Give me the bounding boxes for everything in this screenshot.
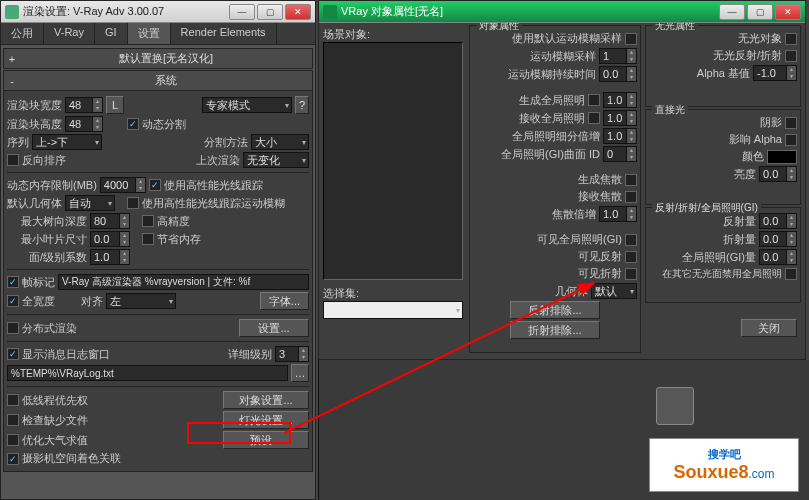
tab-render-elements[interactable]: Render Elements	[171, 23, 277, 44]
rrgi-group-title: 反射/折射/全局照明(GI)	[652, 201, 761, 215]
gen-gi-spinner[interactable]: 1.0▴▾	[603, 92, 637, 108]
minimize-button[interactable]: —	[229, 4, 255, 20]
maximize-button[interactable]: ▢	[257, 4, 283, 20]
gi-mult-spinner[interactable]: 1.0▴▾	[603, 128, 637, 144]
color-swatch[interactable]	[767, 150, 797, 164]
dyn-split-checkbox[interactable]: ✓	[127, 118, 139, 130]
reverse-checkbox[interactable]	[7, 154, 19, 166]
geometry-select[interactable]: 默认	[591, 283, 637, 299]
refr-amount-spinner[interactable]: 0.0▴▾	[759, 231, 797, 247]
close-props-button[interactable]: 关闭	[741, 319, 797, 337]
embree-mb-checkbox[interactable]	[127, 197, 139, 209]
viewcube[interactable]	[656, 387, 694, 425]
light-settings-button[interactable]: 灯光设置...	[223, 411, 309, 429]
embree-checkbox[interactable]: ✓	[149, 179, 161, 191]
bucket-height-spinner[interactable]: 48▴▾	[65, 116, 103, 132]
tab-common[interactable]: 公用	[1, 23, 44, 44]
help-button[interactable]: ?	[295, 96, 309, 114]
gen-gi-checkbox[interactable]	[588, 94, 600, 106]
object-props-group-title: 对象属性	[476, 23, 522, 33]
refr-exclude-button[interactable]: 折射排除...	[510, 321, 600, 339]
maximize-button[interactable]: ▢	[747, 4, 773, 20]
mb-samples-spinner[interactable]: 1▴▾	[599, 48, 637, 64]
matte-obj-checkbox[interactable]	[785, 33, 797, 45]
shadow-checkbox[interactable]	[785, 117, 797, 129]
last-render-select[interactable]: 无变化	[243, 152, 309, 168]
object-properties-window: VRay 对象属性[无名] — ▢ ✕ 场景对象: 选择集: 对象属性 使用默认…	[318, 0, 806, 360]
close-button[interactable]: ✕	[775, 4, 801, 20]
def-geo-label: 默认几何体	[7, 196, 62, 211]
caustic-mult-spinner[interactable]: 1.0▴▾	[599, 206, 637, 222]
rollout-default-displacement[interactable]: +默认置换[无名汉化]	[3, 48, 313, 69]
full-width-checkbox[interactable]: ✓	[7, 295, 19, 307]
object-settings-button[interactable]: 对象设置...	[223, 391, 309, 409]
alpha-spinner[interactable]: -1.0▴▾	[753, 65, 797, 81]
refl-exclude-button[interactable]: 反射排除...	[510, 301, 600, 319]
titlebar[interactable]: 渲染设置: V-Ray Adv 3.00.07 — ▢ ✕	[1, 1, 315, 23]
brightness-spinner[interactable]: 0.0▴▾	[759, 166, 797, 182]
window-title: 渲染设置: V-Ray Adv 3.00.07	[23, 4, 229, 19]
app-icon	[5, 5, 19, 19]
stamp-input[interactable]: V-Ray 高级渲染器 %vrayversion | 文件: %f	[58, 274, 309, 290]
low-pri-checkbox[interactable]	[7, 394, 19, 406]
dist-settings-button[interactable]: 设置...	[239, 319, 309, 337]
close-button[interactable]: ✕	[285, 4, 311, 20]
log-path-input[interactable]: %TEMP%\VRayLog.txt	[7, 365, 288, 381]
minimize-button[interactable]: —	[719, 4, 745, 20]
cam-gloss-checkbox[interactable]: ✓	[7, 453, 19, 465]
direct-light-group-title: 直接光	[652, 103, 688, 117]
scene-objects-list[interactable]	[323, 42, 463, 280]
stamp-checkbox[interactable]: ✓	[7, 276, 19, 288]
division-select[interactable]: 大小	[251, 134, 309, 150]
no-gi-checkbox[interactable]	[785, 268, 797, 280]
hi-prec-checkbox[interactable]	[142, 215, 154, 227]
gen-caustics-checkbox[interactable]	[625, 174, 637, 186]
vis-refr-checkbox[interactable]	[625, 268, 637, 280]
preset-button[interactable]: 预设...	[223, 431, 309, 449]
vis-gi-checkbox[interactable]	[625, 234, 637, 246]
vis-refl-checkbox[interactable]	[625, 251, 637, 263]
app-icon	[323, 5, 337, 19]
dyn-mem-spinner[interactable]: 4000▴▾	[100, 177, 146, 193]
face-coef-label: 面/级别系数	[7, 250, 87, 265]
check-missing-checkbox[interactable]	[7, 414, 19, 426]
show-log-checkbox[interactable]: ✓	[7, 348, 19, 360]
font-button[interactable]: 字体...	[260, 292, 309, 310]
affect-alpha-checkbox[interactable]	[785, 134, 797, 146]
rec-gi-spinner[interactable]: 1.0▴▾	[603, 110, 637, 126]
gi-amount-spinner[interactable]: 0.0▴▾	[759, 249, 797, 265]
mb-duration-spinner[interactable]: 0.0▴▾	[599, 66, 637, 82]
dyn-mem-label: 动态内存限制(MB)	[7, 178, 97, 193]
log-browse-button[interactable]: …	[291, 364, 309, 382]
verbose-spinner[interactable]: 3▴▾	[275, 346, 309, 362]
scene-objects-label: 场景对象:	[323, 27, 463, 42]
selection-set-label: 选择集:	[323, 286, 463, 301]
tab-vray[interactable]: V-Ray	[44, 23, 95, 44]
mode-select[interactable]: 专家模式	[202, 97, 292, 113]
max-depth-spinner[interactable]: 80▴▾	[90, 213, 130, 229]
gi-surfid-spinner[interactable]: 0▴▾	[603, 146, 637, 162]
rec-caustics-checkbox[interactable]	[625, 191, 637, 203]
def-geo-select[interactable]: 自动	[65, 195, 115, 211]
align-select[interactable]: 左	[106, 293, 176, 309]
use-def-mb-checkbox[interactable]	[625, 33, 637, 45]
tab-gi[interactable]: GI	[95, 23, 128, 44]
min-leaf-spinner[interactable]: 0.0▴▾	[90, 231, 130, 247]
watermark-logo: 搜学吧 Souxue8.com	[649, 438, 799, 492]
rec-gi-checkbox[interactable]	[588, 112, 600, 124]
face-coef-spinner[interactable]: 1.0▴▾	[90, 249, 130, 265]
tab-settings[interactable]: 设置	[128, 23, 171, 44]
dist-render-checkbox[interactable]	[7, 322, 19, 334]
rollout-system[interactable]: -系统	[3, 70, 313, 91]
bucket-width-spinner[interactable]: 48▴▾	[65, 97, 103, 113]
opt-atm-checkbox[interactable]	[7, 434, 19, 446]
refl-amount-spinner[interactable]: 0.0▴▾	[759, 213, 797, 229]
max-depth-label: 最大树向深度	[7, 214, 87, 229]
titlebar-props[interactable]: VRay 对象属性[无名] — ▢ ✕	[319, 1, 805, 23]
selection-set-select[interactable]	[323, 301, 463, 319]
render-settings-window: 渲染设置: V-Ray Adv 3.00.07 — ▢ ✕ 公用 V-Ray G…	[0, 0, 316, 500]
save-mem-checkbox[interactable]	[142, 233, 154, 245]
matte-rr-checkbox[interactable]	[785, 50, 797, 62]
lock-button[interactable]: L	[106, 96, 124, 114]
sequence-select[interactable]: 上->下	[32, 134, 102, 150]
